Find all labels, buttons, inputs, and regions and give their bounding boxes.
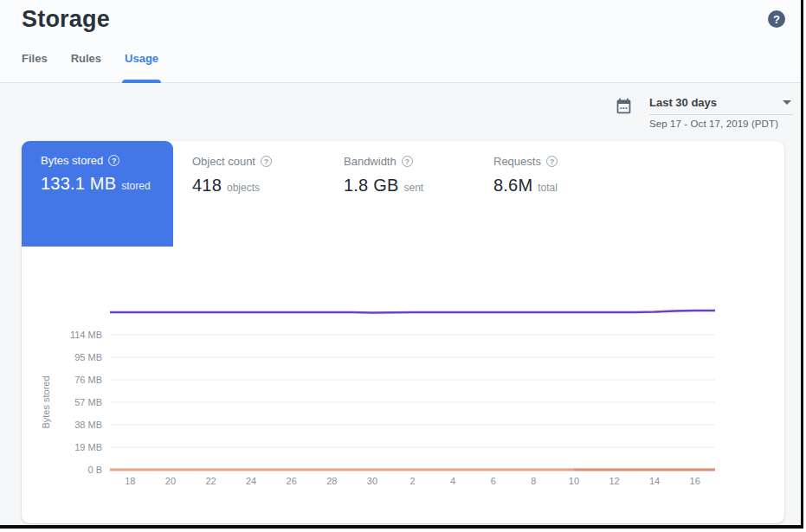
metric-label-row: Requests ? [493, 155, 558, 168]
tab-files[interactable]: Files [22, 50, 48, 83]
metric-value-row: 133.1 MB stored [41, 174, 151, 194]
tab-files-label: Files [22, 52, 48, 65]
x-tick-label: 30 [367, 476, 377, 486]
help-circle-icon: ? [108, 155, 119, 166]
x-tick-label: 16 [690, 476, 700, 486]
x-tick-label: 12 [609, 476, 619, 486]
y-tick-label: 95 MB [74, 352, 102, 362]
tab-rules-label: Rules [71, 52, 101, 65]
help-circle-icon: ? [261, 156, 272, 167]
metric-unit: stored [121, 180, 150, 192]
date-range-preset: Last 30 days [649, 96, 717, 109]
metric-label-row: Bytes stored ? [41, 154, 119, 167]
metric-label: Bandwidth [344, 155, 397, 168]
metric-label-row: Object count ? [192, 155, 272, 168]
page-title: Storage [22, 6, 110, 33]
metric-card-requests[interactable]: Requests ? 8.6M total [493, 155, 558, 195]
series-line [110, 311, 715, 312]
metric-value: 1.8 GB [344, 176, 398, 195]
x-tick-label: 28 [326, 476, 337, 486]
metric-label: Requests [493, 155, 541, 168]
question-mark-icon: ? [773, 13, 780, 26]
metric-value: 418 [192, 176, 222, 195]
tab-usage[interactable]: Usage [125, 50, 158, 83]
active-tab-underline [122, 80, 161, 83]
app-window: Storage ? Files Rules Usage Last 30 days [0, 0, 803, 529]
metric-unit: sent [403, 182, 423, 194]
metric-value-row: 1.8 GB sent [344, 176, 423, 195]
x-tick-label: 6 [491, 476, 496, 486]
calendar-icon [615, 97, 633, 115]
x-tick-label: 18 [125, 476, 135, 486]
metric-value: 8.6M [493, 176, 532, 195]
x-tick-label: 22 [205, 476, 216, 486]
metric-value: 133.1 MB [41, 174, 116, 194]
metric-card-bandwidth[interactable]: Bandwidth ? 1.8 GB sent [344, 155, 423, 195]
y-tick-label: 19 MB [74, 442, 102, 452]
tab-usage-label: Usage [125, 52, 158, 65]
y-tick-label: 38 MB [74, 420, 102, 430]
metric-unit: total [538, 182, 558, 194]
page-header: Storage ? Files Rules Usage [0, 0, 803, 83]
y-tick-label: 0 B [87, 465, 102, 475]
y-tick-label: 114 MB [70, 330, 102, 340]
date-picker-row: Last 30 days [649, 93, 793, 115]
x-tick-label: 20 [165, 476, 176, 486]
y-tick-label: 57 MB [74, 397, 102, 407]
metric-value-row: 418 objects [192, 176, 272, 195]
metric-label-row: Bandwidth ? [344, 155, 423, 168]
metric-card-object-count[interactable]: Object count ? 418 objects [192, 155, 272, 195]
metric-label: Bytes stored [41, 154, 103, 167]
date-range-detail: Sep 17 - Oct 17, 2019 (PDT) [649, 119, 793, 129]
metric-label: Object count [192, 155, 255, 168]
tab-rules[interactable]: Rules [71, 50, 101, 83]
metric-card-bytes-stored[interactable]: Bytes stored ? 133.1 MB stored [22, 141, 173, 247]
x-tick-label: 8 [531, 476, 536, 486]
metric-value-row: 8.6M total [493, 176, 558, 195]
usage-panel: Bytes stored ? 133.1 MB stored Object co… [22, 141, 784, 523]
help-circle-icon: ? [402, 156, 413, 167]
metric-unit: objects [227, 182, 260, 194]
x-tick-label: 14 [649, 476, 660, 486]
y-tick-label: 76 MB [74, 375, 102, 385]
help-button[interactable]: ? [768, 10, 785, 28]
help-circle-icon: ? [546, 156, 558, 167]
x-tick-label: 10 [569, 476, 579, 486]
tab-bar: Files Rules Usage [22, 50, 158, 83]
x-tick-label: 2 [409, 476, 415, 486]
y-axis-title: Bytes stored [41, 375, 51, 428]
x-tick-label: 4 [450, 476, 455, 486]
x-tick-label: 26 [287, 476, 297, 486]
date-picker-text: Last 30 days Sep 17 - Oct 17, 2019 (PDT) [649, 93, 793, 129]
chevron-down-icon [783, 100, 791, 105]
x-tick-label: 24 [246, 476, 256, 486]
